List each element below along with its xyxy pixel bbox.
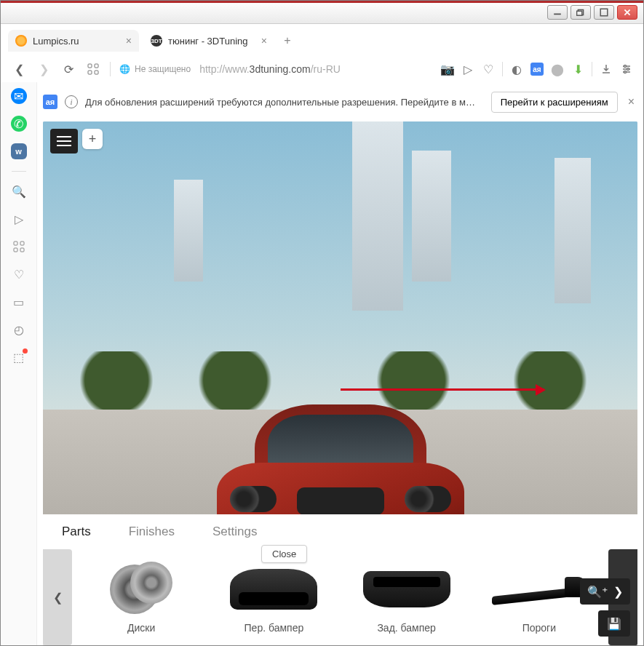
separator <box>502 62 503 76</box>
savefrom-icon[interactable]: ⬇ <box>571 63 584 76</box>
search-icon[interactable]: 🔍 <box>11 183 27 199</box>
globe-icon: 🌐 <box>119 64 130 74</box>
window-restore-button[interactable] <box>571 5 591 20</box>
tab-lumpics[interactable]: Lumpics.ru × <box>8 30 139 52</box>
close-panel-button[interactable]: Close <box>261 545 307 563</box>
building-icon <box>412 151 451 282</box>
bookmarks-icon[interactable]: ♡ <box>11 266 27 282</box>
car-viewer[interactable]: + 🔍⁺ ❯ 💾 Parts Finishes Settings <box>43 121 637 645</box>
building-icon <box>352 121 403 311</box>
flow-icon[interactable]: ▷ <box>11 211 27 227</box>
svg-rect-6 <box>88 64 92 68</box>
svg-rect-3 <box>600 9 608 16</box>
url-host: 3dtuning.com <box>250 63 311 75</box>
address-bar: ❮ ❯ ⟳ 🌐 Не защищено http://www.3dtuning.… <box>8 56 636 82</box>
back-button[interactable]: ❮ <box>11 61 27 77</box>
svg-point-13 <box>624 65 627 68</box>
messenger-icon[interactable]: ✉ <box>11 88 27 104</box>
downloads-icon[interactable] <box>600 63 613 76</box>
tab-3dtuning[interactable]: 3DT тюнинг - 3DTuning × <box>143 30 274 52</box>
part-label: Зад. бампер <box>377 622 435 634</box>
news-icon[interactable]: ▭ <box>11 294 27 310</box>
history-icon[interactable]: ◴ <box>11 322 27 338</box>
extension-icon[interactable]: ◐ <box>510 63 523 76</box>
security-label: Не защищено <box>135 64 191 74</box>
part-label: Пер. бампер <box>245 622 304 634</box>
send-icon[interactable]: ▷ <box>461 63 474 76</box>
svg-rect-7 <box>95 64 98 68</box>
svg-rect-19 <box>20 248 24 252</box>
part-front-bumper[interactable]: Пер. бампер <box>207 561 340 634</box>
svg-point-15 <box>624 71 627 73</box>
chevron-right-icon: ❯ <box>613 585 623 599</box>
tab-strip: Lumpics.ru × 3DT тюнинг - 3DTuning × + <box>8 30 636 52</box>
svg-rect-17 <box>20 242 24 245</box>
svg-point-14 <box>627 68 629 71</box>
forward-button[interactable]: ❯ <box>36 61 52 77</box>
notification-close-icon[interactable]: × <box>628 95 635 108</box>
notification-text: Для обновления расширений требуются допо… <box>85 97 484 108</box>
heart-icon[interactable]: ♡ <box>482 63 495 76</box>
bottom-tabs: Parts Finishes Settings Close <box>43 514 637 549</box>
svg-rect-9 <box>95 71 98 74</box>
info-icon: i <box>65 95 78 108</box>
security-indicator[interactable]: 🌐 Не защищено <box>119 64 191 74</box>
window-close-button[interactable] <box>617 5 637 20</box>
easy-setup-icon[interactable] <box>620 63 633 76</box>
extensions-cube-icon[interactable]: ⬚ <box>11 349 27 365</box>
svg-rect-8 <box>88 71 92 74</box>
separator <box>12 171 26 172</box>
bottom-panel: Parts Finishes Settings Close ❮ Диски <box>43 514 637 645</box>
url-display[interactable]: http://www.3dtuning.com/ru-RU <box>199 63 341 75</box>
tab-parts[interactable]: Parts <box>43 514 110 549</box>
zoom-in-icon: 🔍⁺ <box>587 585 608 599</box>
save-icon: 💾 <box>607 617 621 631</box>
favicon-icon <box>15 35 27 47</box>
adblock-icon[interactable]: ⬤ <box>551 63 564 76</box>
part-label: Пороги <box>522 622 556 634</box>
zoom-control[interactable]: 🔍⁺ ❯ <box>580 578 630 605</box>
tree-icon <box>73 351 160 410</box>
reload-button[interactable]: ⟳ <box>60 61 76 77</box>
separator <box>110 62 111 76</box>
svg-rect-16 <box>14 242 17 245</box>
part-label: Диски <box>127 622 155 634</box>
screenshot-icon[interactable]: 📷 <box>441 63 454 76</box>
add-view-button[interactable]: + <box>82 129 103 149</box>
browser-sidebar: ✉ ✆ w 🔍 ▷ ♡ ▭ ◴ ⬚ <box>1 82 37 645</box>
window-max-button[interactable] <box>594 5 614 20</box>
part-wheels[interactable]: Диски <box>75 561 207 634</box>
whatsapp-icon[interactable]: ✆ <box>11 116 27 132</box>
part-rear-bumper[interactable]: Зад. бампер <box>341 561 473 634</box>
tab-close-icon[interactable]: × <box>261 35 267 47</box>
wheels-thumb <box>94 561 188 618</box>
tab-close-icon[interactable]: × <box>126 35 132 47</box>
save-button[interactable]: 💾 <box>598 610 630 637</box>
tab-settings[interactable]: Settings <box>194 514 276 549</box>
tab-finishes[interactable]: Finishes <box>110 514 194 549</box>
tree-icon <box>191 351 279 410</box>
window-min-button[interactable] <box>547 5 568 20</box>
svg-rect-18 <box>14 248 17 252</box>
speed-dial-icon[interactable] <box>11 239 27 255</box>
app-window: Lumpics.ru × 3DT тюнинг - 3DTuning × + ❮… <box>0 0 644 646</box>
menu-button[interactable] <box>50 129 78 153</box>
new-tab-button[interactable]: + <box>279 32 296 49</box>
separator <box>592 62 592 76</box>
page-content: aя i Для обновления расширений требуются… <box>37 82 643 645</box>
tree-icon <box>370 351 457 410</box>
vk-icon[interactable]: w <box>11 143 27 159</box>
body-area: ✉ ✆ w 🔍 ▷ ♡ ▭ ◴ ⬚ aя i Для обновления ра… <box>1 82 643 645</box>
front-bumper-thumb <box>226 561 321 618</box>
parts-carousel: ❮ Диски Пер. бампер Зад. б <box>43 549 637 645</box>
speed-dial-button[interactable] <box>85 61 101 77</box>
building-icon <box>554 158 591 303</box>
carousel-prev-button[interactable]: ❮ <box>43 549 72 645</box>
translate-icon[interactable]: aя <box>530 63 544 76</box>
window-titlebar <box>1 1 643 24</box>
drag-arrow-annotation <box>341 388 544 391</box>
svg-rect-2 <box>577 11 582 15</box>
goto-extensions-button[interactable]: Перейти к расширениям <box>491 92 618 113</box>
translate-badge-icon: aя <box>43 95 57 109</box>
tree-icon <box>506 351 594 410</box>
